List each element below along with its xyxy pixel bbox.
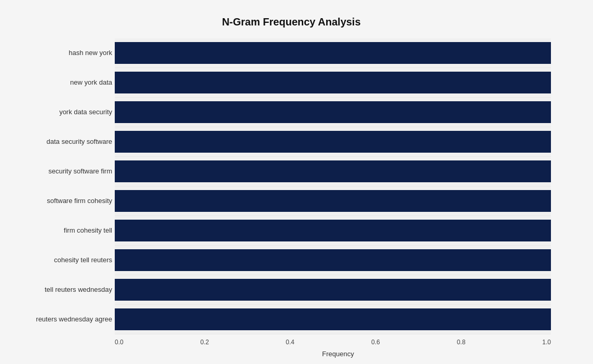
chart-inner: hash new yorknew york datayork data secu… [21, 38, 561, 358]
bar-row: software firm cohesity [115, 186, 551, 216]
bar-row: security software firm [115, 157, 551, 186]
bar [115, 72, 551, 93]
bar-row: cohesity tell reuters [115, 246, 551, 275]
x-tick: 1.0 [542, 339, 551, 346]
x-tick: 0.8 [457, 339, 466, 346]
x-tick: 0.0 [115, 339, 124, 346]
chart-area: hash new yorknew york datayork data secu… [115, 38, 551, 334]
x-axis: 0.00.20.40.60.81.0 [115, 339, 551, 346]
bar-label: security software firm [19, 167, 112, 175]
bar-label: data security software [19, 138, 112, 145]
bar [115, 220, 551, 241]
x-tick: 0.6 [371, 339, 380, 346]
bar [115, 279, 551, 301]
bar-row: reuters wednesday agree [115, 305, 551, 334]
bar-row: hash new york [115, 38, 551, 68]
x-tick: 0.4 [286, 339, 294, 346]
bar [115, 42, 551, 64]
bar [115, 308, 551, 330]
bar-label: york data security [19, 108, 112, 116]
bar [115, 249, 551, 271]
bar [115, 160, 551, 182]
bar [115, 131, 551, 153]
bar-label: cohesity tell reuters [19, 256, 112, 264]
x-axis-label: Frequency [115, 350, 561, 358]
bar [115, 190, 551, 212]
chart-container: N-Gram Frequency Analysis hash new yorkn… [11, 6, 582, 359]
bar-row: york data security [115, 98, 551, 127]
bar-row: new york data [115, 68, 551, 98]
bar-label: new york data [19, 78, 112, 86]
chart-title: N-Gram Frequency Analysis [21, 16, 561, 28]
bar [115, 101, 551, 123]
bar-label: firm cohesity tell [19, 226, 112, 234]
x-tick: 0.2 [200, 339, 209, 346]
bar-label: software firm cohesity [19, 197, 112, 205]
bar-row: firm cohesity tell [115, 216, 551, 246]
bar-row: data security software [115, 127, 551, 157]
bar-row: tell reuters wednesday [115, 275, 551, 305]
bar-label: reuters wednesday agree [19, 315, 112, 323]
bar-label: tell reuters wednesday [19, 286, 112, 293]
bar-label: hash new york [19, 49, 112, 57]
